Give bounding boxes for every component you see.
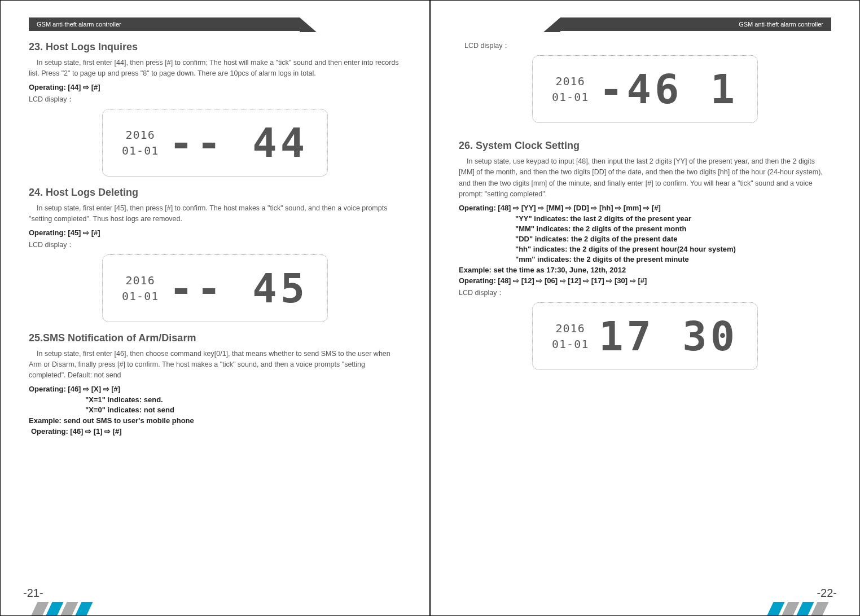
section-25-title: 25.SMS Notification of Arm/Disarm [29,332,401,344]
header-right: GSM anti-theft alarm controller [560,17,831,31]
lcd-year: 2016 [126,128,155,142]
section-25: 25.SMS Notification of Arm/Disarm In set… [29,332,401,435]
section-23-lcd-label: LCD display： [29,95,401,104]
lcd-date: 01-01 [122,289,159,303]
section-26-operating: Operating: [48] ⇨ [YY] ⇨ [MM] ⇨ [DD] ⇨ [… [459,204,831,212]
page-number-left: -21- [23,587,43,600]
lcd-date: 01-01 [552,90,589,104]
section-25-x0: "X=0" indicates: not send [29,406,401,414]
lcd-year: 2016 [556,74,585,88]
page-number-right: -22- [817,587,837,600]
section-24-lcd-label: LCD display： [29,240,401,250]
section-24-body: In setup state, first enter [45], then p… [29,203,401,225]
section-26-body: In setup state, use keypad to input [48]… [459,156,831,200]
section-25-example: Example: send out SMS to user's mobile p… [29,416,401,425]
section-23: 23. Host Logs Inquires In setup state, f… [29,41,401,177]
section-23-title: 23. Host Logs Inquires [29,41,401,53]
lcd-year: 2016 [556,322,585,335]
lcd-date: 01-01 [122,144,159,157]
lcd-big-26: 17 30 [599,313,738,360]
lcd-year: 2016 [126,274,155,287]
section-26-title: 26. System Clock Setting [459,140,831,152]
section-26-lcd-label: LCD display： [459,288,831,298]
section-25-x1: "X=1" indicates: send. [29,395,401,404]
section-25-operating2: Operating: [46] ⇨ [1] ⇨ [#] [29,427,401,435]
lcd-screen-23: 2016 01-01 -- 44 [102,109,328,177]
section-25-operating: Operating: [46] ⇨ [X] ⇨ [#] [29,385,401,393]
lcd-screen-25: 2016 01-01 -46 1 [532,55,758,123]
header-left: GSM anti-theft alarm controller [29,17,300,31]
footer-stripes-left [34,602,90,615]
section-26-dd: "DD" indicates: the 2 digits of the pres… [459,235,831,243]
section-26-example: Example: set the time as 17:30, June, 12… [459,266,831,274]
section-26-hh: "hh" indicates: the 2 digits of the pres… [459,245,831,253]
lcd-screen-24: 2016 01-01 -- 45 [102,254,328,322]
page-right: GSM anti-theft alarm controller LCD disp… [430,0,860,616]
footer-stripes-right [770,602,826,615]
lcd-big-25: -46 1 [599,65,738,113]
section-24-operating: Operating: [45] ⇨ [#] [29,228,401,237]
lcd-date: 01-01 [552,337,589,351]
section-24: 24. Host Logs Deleting In setup state, f… [29,187,401,322]
section-25-body: In setup state, first enter [46], then c… [29,349,401,381]
page-left: GSM anti-theft alarm controller 23. Host… [0,0,430,616]
section-25-lcd-label: LCD display： [459,41,831,51]
lcd-big-23: -- 44 [169,119,308,166]
section-23-operating: Operating: [44] ⇨ [#] [29,83,401,91]
section-26-mn: "mm" indicates: the 2 digits of the pres… [459,255,831,263]
section-26-mm: "MM" indicates: the 2 digits of the pres… [459,225,831,233]
section-26-operating2: Operating: [48] ⇨ [12] ⇨ [06] ⇨ [12] ⇨ [… [459,276,831,285]
lcd-screen-26: 2016 01-01 17 30 [532,302,758,370]
section-26-yy: "YY" indicates: the last 2 digits of the… [459,214,831,223]
lcd-big-24: -- 45 [169,265,308,312]
section-24-title: 24. Host Logs Deleting [29,187,401,199]
section-26: 26. System Clock Setting In setup state,… [459,140,831,370]
section-23-body: In setup state, first enter [44], then p… [29,58,401,80]
